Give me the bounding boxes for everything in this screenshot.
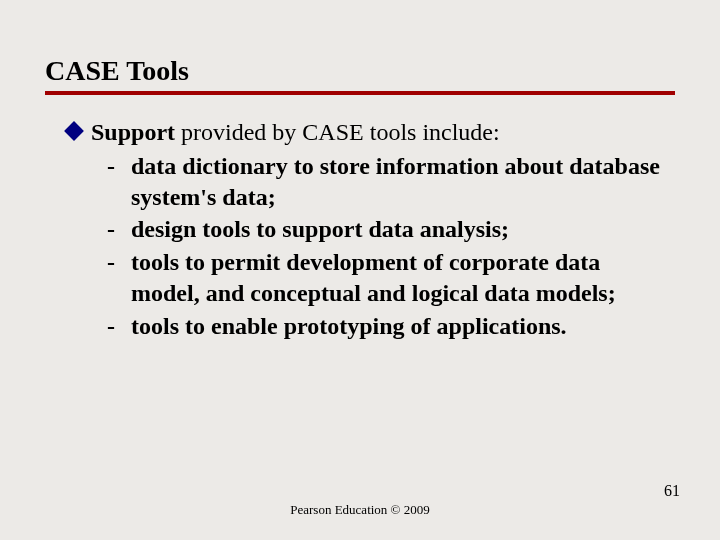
- lead-line: Support provided by CASE tools include:: [67, 117, 665, 147]
- footer-text: Pearson Education © 2009: [0, 502, 720, 518]
- list-item: tools to permit development of corporate…: [111, 247, 665, 308]
- lead-bold: Support: [91, 119, 175, 145]
- bullet-diamond-icon: [64, 121, 84, 141]
- slide-body: Support provided by CASE tools include: …: [45, 117, 675, 341]
- slide: CASE Tools Support provided by CASE tool…: [0, 0, 720, 540]
- dash-list: data dictionary to store information abo…: [67, 151, 665, 341]
- list-item: data dictionary to store information abo…: [111, 151, 665, 212]
- slide-number: 61: [664, 482, 680, 500]
- list-item: tools to enable prototyping of applicati…: [111, 311, 665, 342]
- list-item: design tools to support data analysis;: [111, 214, 665, 245]
- slide-title: CASE Tools: [45, 55, 675, 87]
- lead-rest: provided by CASE tools include:: [175, 119, 500, 145]
- title-rule: [45, 91, 675, 95]
